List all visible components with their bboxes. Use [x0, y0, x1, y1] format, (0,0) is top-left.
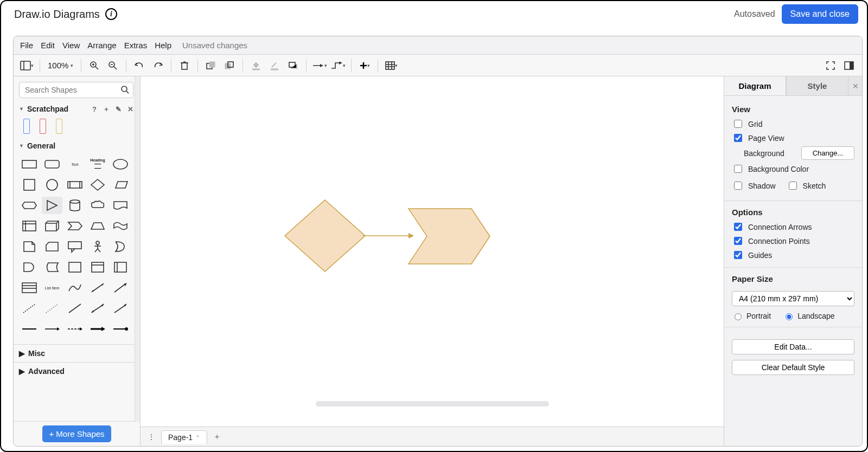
shape-search[interactable]: [19, 82, 133, 98]
conn-points-row[interactable]: Connection Points: [732, 235, 854, 247]
shape-and[interactable]: [19, 259, 40, 276]
shape-cube[interactable]: [42, 217, 62, 235]
shape-cylinder[interactable]: [65, 197, 85, 214]
fullscreen-button[interactable]: [823, 58, 838, 73]
shape-tape[interactable]: [110, 217, 131, 235]
info-icon[interactable]: i: [105, 8, 117, 20]
shape-rectangle[interactable]: [19, 156, 40, 173]
scratch-item-red[interactable]: [40, 119, 46, 134]
bgcolor-checkbox-row[interactable]: Background Color: [732, 163, 854, 175]
undo-button[interactable]: [132, 58, 147, 73]
scratchpad-edit-icon[interactable]: ✎: [114, 105, 123, 113]
add-page-button[interactable]: ＋: [210, 430, 224, 443]
tab-style[interactable]: Style: [786, 76, 848, 95]
redo-button[interactable]: [150, 58, 165, 73]
shape-parallelogram[interactable]: [110, 176, 131, 193]
edit-data-button[interactable]: Edit Data...: [732, 339, 854, 354]
shadow-checkbox-row[interactable]: Shadow: [732, 180, 776, 191]
shape-square[interactable]: [19, 176, 40, 193]
shape-note[interactable]: [19, 238, 40, 255]
shape-callout[interactable]: [65, 238, 85, 255]
guides-checkbox[interactable]: [734, 251, 742, 259]
scratchpad-add-icon[interactable]: +: [102, 105, 111, 113]
shape-container[interactable]: [65, 259, 85, 276]
landscape-radio-row[interactable]: Landscape: [783, 312, 835, 320]
general-header[interactable]: ▼ General: [14, 139, 140, 152]
fill-color-button[interactable]: [248, 58, 264, 73]
more-shapes-button[interactable]: + More Shapes: [42, 425, 111, 442]
shape-cloud[interactable]: [87, 197, 108, 214]
shape-search-input[interactable]: [24, 85, 121, 95]
tab-diagram[interactable]: Diagram: [724, 76, 786, 95]
clear-default-style-button[interactable]: Clear Default Style: [732, 360, 854, 375]
close-panel-icon[interactable]: ✕: [848, 76, 862, 95]
scratchpad-help-icon[interactable]: ?: [90, 105, 99, 113]
shape-data-storage[interactable]: [42, 259, 62, 276]
shape-circle-arrow[interactable]: [110, 320, 131, 338]
sidebar-scrollbar[interactable]: [135, 76, 140, 422]
menu-view[interactable]: View: [62, 41, 80, 50]
shape-thin-arrow[interactable]: [65, 320, 85, 338]
table-button[interactable]: ▾: [384, 58, 399, 73]
insert-button[interactable]: ▾: [357, 58, 372, 73]
shape-diamond[interactable]: [87, 176, 108, 193]
to-front-button[interactable]: [203, 58, 219, 73]
portrait-radio-row[interactable]: Portrait: [732, 312, 771, 320]
shape-step[interactable]: [65, 217, 85, 235]
shape-arrow[interactable]: [110, 279, 131, 296]
save-and-close-button[interactable]: Save and close: [782, 4, 858, 24]
connection-style-button[interactable]: ▾: [312, 58, 327, 73]
zoom-out-button[interactable]: [105, 58, 120, 73]
portrait-radio[interactable]: [735, 313, 742, 320]
shape-bidirectional-arrow[interactable]: [87, 279, 108, 296]
delete-button[interactable]: [177, 58, 192, 73]
shape-line[interactable]: [65, 300, 85, 317]
bgcolor-checkbox[interactable]: [734, 165, 742, 173]
pageview-checkbox[interactable]: [734, 134, 742, 142]
shape-card[interactable]: [42, 238, 62, 255]
canvas-horizontal-scrollbar[interactable]: [316, 401, 549, 406]
shape-ellipse[interactable]: [110, 156, 131, 173]
menu-edit[interactable]: Edit: [41, 41, 55, 50]
shape-circle[interactable]: [42, 176, 62, 193]
scratch-item-blue[interactable]: [23, 119, 30, 134]
shape-rounded-rectangle[interactable]: [42, 156, 62, 173]
canvas[interactable]: [141, 76, 724, 427]
sketch-checkbox[interactable]: [789, 182, 797, 190]
shape-container-header[interactable]: [87, 259, 108, 276]
shape-text[interactable]: Text: [65, 156, 85, 173]
grid-checkbox-row[interactable]: Grid: [732, 118, 854, 130]
shape-textbox[interactable]: Heading━━━━━━: [87, 156, 108, 173]
page-tab-1[interactable]: Page-1 ⌃: [161, 430, 207, 444]
format-panel-toggle-button[interactable]: [841, 58, 857, 73]
zoom-in-button[interactable]: [87, 58, 102, 73]
canvas-diamond-shape[interactable]: [282, 198, 368, 274]
shape-container-vertical[interactable]: [110, 259, 131, 276]
menu-file[interactable]: File: [20, 41, 33, 50]
menu-extras[interactable]: Extras: [124, 41, 148, 50]
menu-help[interactable]: Help: [155, 41, 171, 50]
shape-thick-arrow[interactable]: [87, 320, 108, 338]
conn-arrows-checkbox[interactable]: [734, 223, 742, 231]
shadow-checkbox[interactable]: [734, 182, 742, 190]
shape-dotted-line[interactable]: [42, 300, 62, 317]
sidebar-toggle-button[interactable]: ▾: [19, 58, 34, 73]
scratch-item-yellow[interactable]: [56, 119, 62, 134]
shape-simple-arrow[interactable]: [42, 320, 62, 338]
shape-directional-connector[interactable]: [110, 300, 131, 317]
shape-list-item[interactable]: List Item: [42, 279, 62, 296]
shape-list[interactable]: [19, 279, 40, 296]
shape-or[interactable]: [110, 238, 131, 255]
waypoint-style-button[interactable]: ▾: [330, 58, 346, 73]
zoom-dropdown[interactable]: 100% ▾: [46, 61, 75, 70]
landscape-radio[interactable]: [786, 313, 793, 320]
grid-checkbox[interactable]: [734, 120, 742, 128]
scratchpad-close-icon[interactable]: ✕: [126, 105, 135, 113]
shape-dashed-line[interactable]: [19, 300, 40, 317]
conn-points-checkbox[interactable]: [734, 237, 742, 245]
change-background-button[interactable]: Change...: [801, 146, 854, 160]
shape-actor[interactable]: [87, 238, 108, 255]
misc-section-header[interactable]: ▶Misc: [14, 344, 140, 362]
conn-arrows-row[interactable]: Connection Arrows: [732, 221, 854, 233]
scratchpad-header[interactable]: ▼ Scratchpad ? + ✎ ✕: [14, 102, 140, 115]
